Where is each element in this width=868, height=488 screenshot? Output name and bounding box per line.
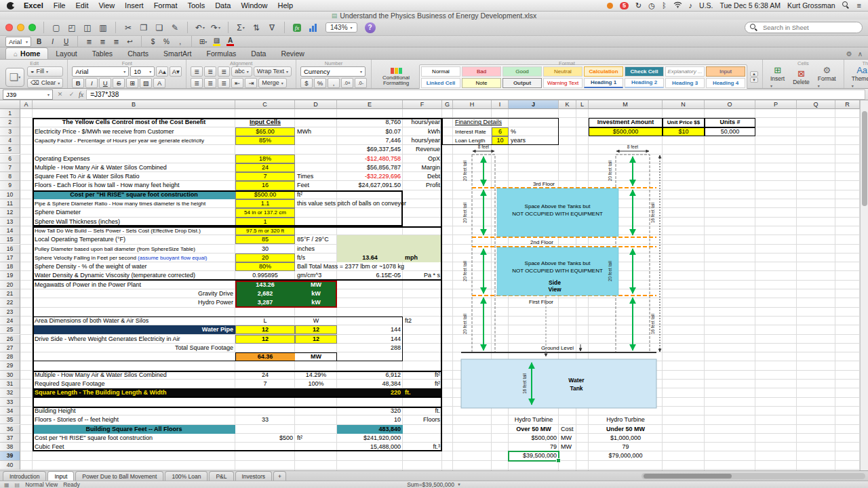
sheet-tab-introduction[interactable]: Introduction [3, 471, 46, 481]
cell-C20[interactable]: 143.26 [235, 281, 295, 289]
menu-item-insert[interactable]: Insert [125, 1, 144, 9]
style-heading-2[interactable]: Heading 2 [625, 78, 664, 88]
cell-B35[interactable]: Floors - Stories of -- feet height [33, 415, 235, 424]
ribbon-tab-review[interactable]: Review [273, 48, 311, 59]
confirm-entry-icon[interactable]: ✓ [67, 91, 76, 98]
style-linked-cell[interactable]: Linked Cell [421, 78, 460, 88]
cell-D16[interactable]: inches [295, 245, 337, 253]
menu-item-window[interactable]: Window [241, 1, 267, 9]
cell-B10[interactable]: Cost per "HI RISE" square foot construct… [33, 190, 235, 199]
cell-F3[interactable]: kWh [403, 127, 442, 136]
ribbon-tab-data[interactable]: Data [243, 48, 273, 59]
cell-C2[interactable]: Input Cells [235, 118, 295, 127]
cell-C28[interactable]: 64.36 [235, 352, 295, 361]
mouse-battery-icon[interactable] [607, 3, 613, 9]
row-header-16[interactable]: 16 [0, 245, 20, 253]
copy-button[interactable]: ❐ [137, 21, 151, 34]
cell-C15[interactable]: 85 [235, 235, 295, 244]
search-input[interactable] [762, 23, 846, 32]
menu-item-format[interactable]: Format [154, 1, 178, 9]
menubar-clock[interactable]: Tue Dec 5 6:38 AM [719, 1, 781, 9]
insert-cells-button[interactable]: ⊞Insert ▾ [767, 66, 788, 89]
formula-input[interactable]: =J37*J38 [86, 89, 865, 100]
apple-menu-icon[interactable] [7, 2, 14, 9]
column-header-F[interactable]: F [403, 100, 442, 109]
ribbon-bold-button[interactable]: B [72, 78, 84, 88]
cell-D19[interactable]: gm/cm^3 [295, 271, 337, 280]
redo-button[interactable]: ↷▾ [209, 21, 222, 34]
cell-J3[interactable]: % [509, 127, 559, 136]
cell-B19[interactable]: Water Density & Dynamic Viscosity (tempe… [33, 271, 235, 280]
time-machine-icon[interactable]: ◷ [648, 2, 655, 9]
cell-F9[interactable]: Profit [403, 181, 442, 190]
orientation-button[interactable]: abc▾ [231, 66, 252, 77]
increase-decimal-button[interactable]: .0+ [341, 78, 353, 88]
cut-button[interactable]: ✂ [121, 21, 135, 34]
row-header-10[interactable]: 10 [0, 190, 20, 199]
cell-M36[interactable]: Under 50 MW [589, 425, 663, 434]
cell-B21[interactable]: Gravity Drive [33, 289, 235, 298]
column-header-G[interactable]: G [442, 100, 453, 109]
cell-B38[interactable]: Cubic Feet [33, 443, 235, 451]
menu-item-file[interactable]: File [54, 1, 66, 9]
cell-B11[interactable]: Pipe & Sphere Diameter Ratio - How many … [33, 199, 235, 208]
cell-F31[interactable]: ft² [403, 380, 442, 388]
sheet-tab-input[interactable]: Input [47, 471, 74, 481]
row-header-13[interactable]: 13 [0, 218, 20, 226]
cell-K38[interactable]: MW [559, 443, 576, 451]
cell-H2[interactable]: Financing Details [453, 118, 509, 127]
cell-B8[interactable]: Square Feet To Air & Water Silos Ratio [33, 172, 235, 181]
cell-F2[interactable]: hours/year [403, 118, 442, 127]
style-input[interactable]: Input [706, 66, 745, 77]
cell-F7[interactable]: Margin [403, 163, 442, 172]
cancel-entry-icon[interactable]: ✕ [56, 91, 64, 98]
row-header-30[interactable]: 30 [0, 371, 20, 380]
cell-M35[interactable]: Hydro Turbine [589, 415, 663, 424]
row-header-23[interactable]: 23 [0, 308, 20, 317]
cell-D17[interactable]: ft/s [295, 253, 337, 262]
style-bad[interactable]: Bad [462, 66, 501, 77]
cell-C7[interactable]: 24 [235, 163, 295, 172]
cell-F17[interactable]: mph [403, 253, 442, 262]
align-right-button[interactable]: ≣ [111, 37, 122, 46]
cell-B6[interactable]: Operating Expenses [33, 155, 235, 163]
cell-E26[interactable]: 144 [337, 335, 403, 344]
input-source-menu[interactable]: U.S. [699, 1, 713, 9]
cell-B37[interactable]: Cost per "HI RISE" square foot construct… [33, 434, 235, 443]
cell-B26[interactable]: Drive Side - Where Weight Generates Elec… [33, 335, 235, 344]
decrease-indent-button[interactable]: ⇤ [231, 78, 243, 88]
row-header-9[interactable]: 9 [0, 181, 20, 190]
cell-M37[interactable]: $1,000,000 [589, 434, 663, 443]
cell-B24[interactable]: Area Dimensions of both Water & Air Silo… [33, 317, 235, 325]
column-header-C[interactable]: C [235, 100, 295, 109]
cell-B18[interactable]: Sphere Density - % of the weight of wate… [33, 262, 235, 271]
horizontal-scrollbar[interactable] [642, 473, 865, 479]
column-header-B[interactable]: B [33, 100, 235, 109]
cell-C9[interactable]: 16 [235, 181, 295, 190]
row-header-21[interactable]: 21 [0, 289, 20, 298]
cell-C6[interactable]: 18% [235, 155, 295, 163]
help-button[interactable]: ? [365, 22, 376, 33]
cell-H4[interactable]: Loan Length [453, 136, 492, 145]
column-header-O[interactable]: O [705, 100, 755, 109]
close-window-button[interactable] [5, 24, 13, 31]
themes-button[interactable]: AaThemes ▾ [848, 66, 868, 89]
row-header-22[interactable]: 22 [0, 298, 20, 307]
bold-button[interactable]: B [33, 37, 45, 46]
ribbon-tab-layout[interactable]: Layout [48, 48, 85, 59]
style-check-cell[interactable]: Check Cell [625, 66, 664, 77]
cell-E7[interactable]: $56,856,787 [337, 163, 403, 172]
cell-D37[interactable]: ft² [295, 434, 337, 443]
gallery-up-icon[interactable]: ▲ [750, 71, 758, 77]
grow-font-button[interactable]: A▴ [156, 66, 168, 77]
ribbon-tab-formulas[interactable]: Formulas [199, 48, 243, 59]
row-header-15[interactable]: 15 [0, 235, 20, 244]
column-header-N[interactable]: N [663, 100, 705, 109]
cell-E9[interactable]: $24,627,091.50 [337, 181, 403, 190]
cell-B2[interactable]: The Yellow Cells Control most of the Cos… [33, 118, 235, 127]
paste-toolbar-button[interactable]: ❏ [153, 21, 166, 34]
cell-E30[interactable]: 6,912 [337, 371, 403, 380]
cell-D25[interactable]: 12 [295, 325, 337, 334]
cell-C14[interactable]: 97.5 m or 320 ft [235, 226, 295, 235]
row-header-35[interactable]: 35 [0, 415, 20, 424]
